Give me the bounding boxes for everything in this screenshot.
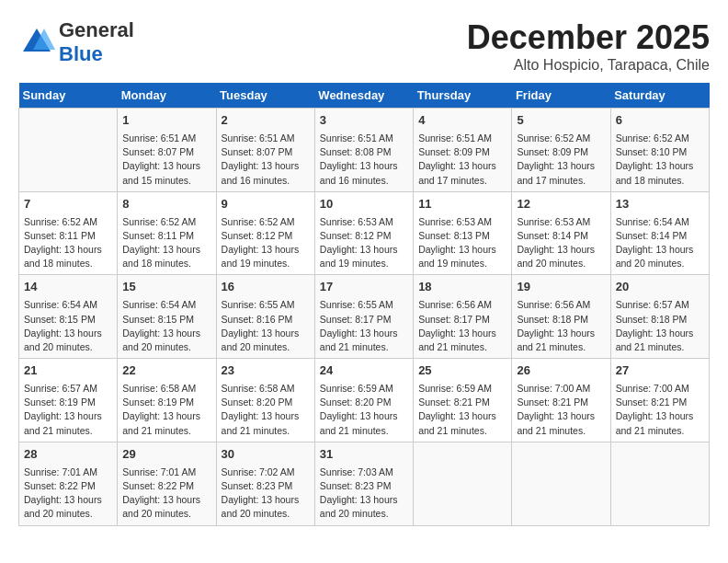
day-number: 4 [418, 112, 506, 130]
day-info: Sunrise: 6:59 AM Sunset: 8:21 PM Dayligh… [418, 382, 506, 438]
day-number: 11 [418, 196, 506, 213]
calendar-table: SundayMondayTuesdayWednesdayThursdayFrid… [18, 83, 710, 526]
day-cell: 10Sunrise: 6:53 AM Sunset: 8:12 PM Dayli… [314, 191, 413, 275]
day-info: Sunrise: 7:01 AM Sunset: 8:22 PM Dayligh… [122, 465, 210, 522]
week-row-5: 28Sunrise: 7:01 AM Sunset: 8:22 PM Dayli… [19, 442, 710, 525]
calendar-body: 1Sunrise: 6:51 AM Sunset: 8:07 PM Daylig… [19, 109, 710, 526]
day-number: 7 [24, 196, 112, 213]
day-info: Sunrise: 7:00 AM Sunset: 8:21 PM Dayligh… [616, 382, 704, 438]
weekday-saturday: Saturday [610, 83, 709, 109]
day-number: 18 [418, 279, 506, 296]
day-number: 29 [122, 446, 210, 464]
day-number: 30 [222, 446, 310, 464]
weekday-thursday: Thursday [414, 83, 512, 109]
day-cell: 7Sunrise: 6:52 AM Sunset: 8:11 PM Daylig… [19, 191, 118, 275]
day-number: 19 [517, 279, 605, 296]
location: Alto Hospicio, Tarapaca, Chile [467, 57, 710, 74]
day-cell: 1Sunrise: 6:51 AM Sunset: 8:07 PM Daylig… [118, 109, 216, 192]
day-info: Sunrise: 6:52 AM Sunset: 8:11 PM Dayligh… [24, 215, 112, 271]
day-number: 26 [517, 362, 605, 380]
day-info: Sunrise: 6:52 AM Sunset: 8:09 PM Dayligh… [517, 132, 605, 188]
day-number: 22 [122, 362, 210, 380]
day-cell: 5Sunrise: 6:52 AM Sunset: 8:09 PM Daylig… [512, 109, 610, 192]
day-number: 20 [616, 279, 704, 296]
weekday-tuesday: Tuesday [216, 83, 314, 109]
day-info: Sunrise: 6:52 AM Sunset: 8:11 PM Dayligh… [122, 215, 210, 271]
day-info: Sunrise: 6:54 AM Sunset: 8:14 PM Dayligh… [616, 215, 704, 271]
weekday-friday: Friday [512, 83, 610, 109]
day-number: 14 [24, 279, 112, 296]
day-number: 27 [616, 362, 704, 380]
day-cell: 9Sunrise: 6:52 AM Sunset: 8:12 PM Daylig… [216, 191, 314, 275]
month-title: December 2025 [467, 18, 710, 57]
day-cell: 13Sunrise: 6:54 AM Sunset: 8:14 PM Dayli… [610, 191, 709, 275]
day-info: Sunrise: 6:52 AM Sunset: 8:10 PM Dayligh… [616, 132, 704, 188]
day-number: 5 [517, 112, 605, 130]
day-cell: 29Sunrise: 7:01 AM Sunset: 8:22 PM Dayli… [118, 442, 216, 525]
weekday-header-row: SundayMondayTuesdayWednesdayThursdayFrid… [19, 83, 710, 109]
day-cell [610, 442, 709, 525]
day-number: 28 [24, 446, 112, 464]
day-cell: 12Sunrise: 6:53 AM Sunset: 8:14 PM Dayli… [512, 191, 610, 275]
title-block: December 2025 Alto Hospicio, Tarapaca, C… [467, 18, 710, 74]
day-number: 13 [616, 196, 704, 213]
logo-blue-text: Blue [59, 42, 103, 65]
day-number: 17 [320, 279, 408, 296]
day-number: 6 [616, 112, 704, 130]
day-number: 3 [320, 112, 408, 130]
day-cell: 20Sunrise: 6:57 AM Sunset: 8:18 PM Dayli… [610, 275, 709, 359]
day-cell: 27Sunrise: 7:00 AM Sunset: 8:21 PM Dayli… [610, 359, 709, 442]
day-info: Sunrise: 6:58 AM Sunset: 8:19 PM Dayligh… [122, 382, 210, 438]
weekday-sunday: Sunday [19, 83, 118, 109]
day-cell: 22Sunrise: 6:58 AM Sunset: 8:19 PM Dayli… [118, 359, 216, 442]
page-header: General Blue December 2025 Alto Hospicio… [18, 18, 710, 74]
day-cell: 11Sunrise: 6:53 AM Sunset: 8:13 PM Dayli… [414, 191, 512, 275]
day-cell: 26Sunrise: 7:00 AM Sunset: 8:21 PM Dayli… [512, 359, 610, 442]
day-cell: 18Sunrise: 6:56 AM Sunset: 8:17 PM Dayli… [414, 275, 512, 359]
day-number: 1 [122, 112, 210, 130]
day-info: Sunrise: 6:59 AM Sunset: 8:20 PM Dayligh… [320, 382, 408, 438]
day-info: Sunrise: 6:53 AM Sunset: 8:12 PM Dayligh… [320, 215, 408, 271]
day-cell: 14Sunrise: 6:54 AM Sunset: 8:15 PM Dayli… [19, 275, 118, 359]
day-cell [512, 442, 610, 525]
day-number: 9 [222, 196, 310, 213]
day-info: Sunrise: 6:56 AM Sunset: 8:17 PM Dayligh… [418, 298, 506, 354]
day-info: Sunrise: 6:55 AM Sunset: 8:17 PM Dayligh… [320, 298, 408, 354]
day-info: Sunrise: 6:53 AM Sunset: 8:13 PM Dayligh… [418, 215, 506, 271]
day-number: 8 [122, 196, 210, 213]
day-info: Sunrise: 6:57 AM Sunset: 8:19 PM Dayligh… [24, 382, 112, 438]
day-cell: 25Sunrise: 6:59 AM Sunset: 8:21 PM Dayli… [414, 359, 512, 442]
day-cell: 15Sunrise: 6:54 AM Sunset: 8:15 PM Dayli… [118, 275, 216, 359]
day-info: Sunrise: 6:54 AM Sunset: 8:15 PM Dayligh… [122, 298, 210, 354]
day-cell: 6Sunrise: 6:52 AM Sunset: 8:10 PM Daylig… [610, 109, 709, 192]
day-info: Sunrise: 6:51 AM Sunset: 8:08 PM Dayligh… [320, 132, 408, 188]
day-info: Sunrise: 7:00 AM Sunset: 8:21 PM Dayligh… [517, 382, 605, 438]
logo-icon [18, 24, 55, 61]
day-cell: 3Sunrise: 6:51 AM Sunset: 8:08 PM Daylig… [314, 109, 413, 192]
day-number: 15 [122, 279, 210, 296]
day-cell: 2Sunrise: 6:51 AM Sunset: 8:07 PM Daylig… [216, 109, 314, 192]
day-info: Sunrise: 6:54 AM Sunset: 8:15 PM Dayligh… [24, 298, 112, 354]
day-cell: 8Sunrise: 6:52 AM Sunset: 8:11 PM Daylig… [118, 191, 216, 275]
day-cell: 30Sunrise: 7:02 AM Sunset: 8:23 PM Dayli… [216, 442, 314, 525]
day-info: Sunrise: 7:02 AM Sunset: 8:23 PM Dayligh… [222, 465, 310, 522]
day-info: Sunrise: 6:55 AM Sunset: 8:16 PM Dayligh… [222, 298, 310, 354]
day-info: Sunrise: 6:52 AM Sunset: 8:12 PM Dayligh… [222, 215, 310, 271]
day-cell: 16Sunrise: 6:55 AM Sunset: 8:16 PM Dayli… [216, 275, 314, 359]
weekday-wednesday: Wednesday [314, 83, 413, 109]
week-row-4: 21Sunrise: 6:57 AM Sunset: 8:19 PM Dayli… [19, 359, 710, 442]
day-info: Sunrise: 6:57 AM Sunset: 8:18 PM Dayligh… [616, 298, 704, 354]
day-cell: 31Sunrise: 7:03 AM Sunset: 8:23 PM Dayli… [314, 442, 413, 525]
week-row-1: 1Sunrise: 6:51 AM Sunset: 8:07 PM Daylig… [19, 109, 710, 192]
logo-general-text: General [59, 18, 134, 41]
day-number: 23 [222, 362, 310, 380]
day-cell: 19Sunrise: 6:56 AM Sunset: 8:18 PM Dayli… [512, 275, 610, 359]
day-cell [19, 109, 118, 192]
day-info: Sunrise: 6:53 AM Sunset: 8:14 PM Dayligh… [517, 215, 605, 271]
week-row-3: 14Sunrise: 6:54 AM Sunset: 8:15 PM Dayli… [19, 275, 710, 359]
day-number: 12 [517, 196, 605, 213]
logo: General Blue [18, 18, 134, 66]
day-info: Sunrise: 6:51 AM Sunset: 8:09 PM Dayligh… [418, 132, 506, 188]
day-number: 31 [320, 446, 408, 464]
day-info: Sunrise: 7:01 AM Sunset: 8:22 PM Dayligh… [24, 465, 112, 522]
